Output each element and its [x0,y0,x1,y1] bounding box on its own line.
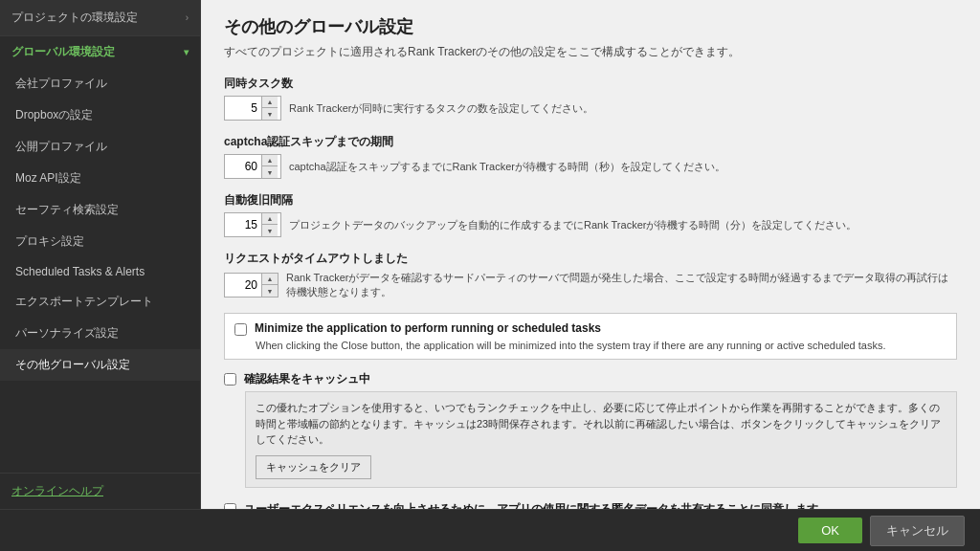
auto-recovery-input[interactable]: 15 [225,213,261,236]
captcha-skip-up[interactable]: ▲ [262,155,278,166]
privacy-label: ユーザーエクスペリエンスを向上させるために、アプリの使用に関する匿名データを共有… [244,501,818,510]
request-timeout-input[interactable]: 20 [225,274,261,297]
request-timeout-desc: Rank Trackerがデータを確認するサードパーティのサーバで問題が発生した… [286,271,957,299]
request-timeout-spinner[interactable]: 20 ▲ ▼ [224,273,278,298]
concurrent-tasks-up[interactable]: ▲ [262,97,278,108]
auto-recovery-desc: プロジェクトデータのバックアップを自動的に作成するまでにRank Tracker… [289,218,857,232]
sidebar-global-label: グローバル環境設定 [11,44,115,60]
request-timeout-buttons: ▲ ▼ [261,274,278,297]
privacy-section: ユーザーエクスペリエンスを向上させるために、アプリの使用に関する匿名データを共有… [224,501,957,510]
captcha-skip-desc: captcha認証をスキップするまでにRank Trackerが待機する時間（秒… [289,160,725,174]
concurrent-tasks-label: 同時タスク数 [224,76,957,92]
auto-recovery-input-row: 15 ▲ ▼ プロジェクトデータのバックアップを自動的に作成するまでにRank … [224,212,957,237]
sidebar-nav: 会社プロファイルDropboxの設定公開プロファイルMoz API設定セーフティ… [0,68,200,381]
sidebar-item-dropbox-settings[interactable]: Dropboxの設定 [0,99,200,131]
request-timeout-input-row: 20 ▲ ▼ Rank Trackerがデータを確認するサードパーティのサーバで… [224,271,957,299]
request-timeout-up[interactable]: ▲ [262,274,278,285]
cache-desc: この優れたオプションを使用すると、いつでもランクチェックを中止し、必要に応じて停… [256,400,947,448]
cache-checkbox-row: 確認結果をキャッシュ中 [224,371,957,387]
ok-button[interactable]: OK [798,518,862,543]
sidebar-item-proxy[interactable]: プロキシ設定 [0,226,200,257]
concurrent-tasks-desc: Rank Trackerが同時に実行するタスクの数を設定してください。 [289,101,593,116]
cancel-button[interactable]: キャンセル [870,516,965,546]
concurrent-tasks-spinner[interactable]: 5 ▲ ▼ [224,96,281,121]
concurrent-tasks-down[interactable]: ▼ [262,108,278,120]
bottom-bar: OK キャンセル [0,509,980,551]
auto-recovery-spinner[interactable]: 15 ▲ ▼ [224,212,281,237]
sidebar-global-arrow: ▾ [184,47,189,57]
sidebar-item-moz-api[interactable]: Moz API設定 [0,163,200,194]
sidebar-project-arrow: › [186,12,189,23]
cache-label: 確認結果をキャッシュ中 [244,371,370,387]
page-subtitle: すべてのプロジェクトに適用されるRank Trackerのその他の設定をここで構… [224,44,957,60]
captcha-skip-label: captcha認証スキップまでの期間 [224,134,957,150]
auto-recovery-down[interactable]: ▼ [262,225,278,236]
content-area: その他のグローバル設定 すべてのプロジェクトに適用されるRank Tracker… [201,0,980,509]
online-help-link[interactable]: オンラインヘルプ [11,484,103,497]
request-timeout-section: リクエストがタイムアウトしました 20 ▲ ▼ Rank Trackerがデータ… [224,251,957,299]
cache-inner-box: この優れたオプションを使用すると、いつでもランクチェックを中止し、必要に応じて停… [245,391,957,488]
request-timeout-down[interactable]: ▼ [262,285,278,297]
minimize-checkbox-row: Minimize the application to perform runn… [234,321,947,336]
auto-recovery-up[interactable]: ▲ [262,213,278,225]
captcha-skip-section: captcha認証スキップまでの期間 60 ▲ ▼ captcha認証をスキップ… [224,134,957,179]
sidebar-bottom: オンラインヘルプ [0,473,200,509]
sidebar-project-label: プロジェクトの環境設定 [11,10,138,26]
cache-checkbox[interactable] [224,373,236,386]
request-timeout-label: リクエストがタイムアウトしました [224,251,957,267]
captcha-skip-spinner[interactable]: 60 ▲ ▼ [224,154,281,179]
sidebar-item-personalize[interactable]: パーソナライズ設定 [0,318,200,349]
sidebar-item-other-global[interactable]: その他グローバル設定 [0,349,200,381]
minimize-desc: When clicking the Close button, the appl… [256,340,947,351]
minimize-section: Minimize the application to perform runn… [224,313,957,360]
captcha-skip-buttons: ▲ ▼ [261,155,278,178]
sidebar-project-settings[interactable]: プロジェクトの環境設定 › [0,0,200,36]
auto-recovery-label: 自動復旧間隔 [224,192,957,209]
privacy-checkbox-row: ユーザーエクスペリエンスを向上させるために、アプリの使用に関する匿名データを共有… [224,501,957,510]
sidebar-item-safety-check[interactable]: セーフティ検索設定 [0,194,200,226]
auto-recovery-buttons: ▲ ▼ [261,213,278,236]
captcha-skip-down[interactable]: ▼ [262,166,278,178]
sidebar: プロジェクトの環境設定 › グローバル環境設定 ▾ 会社プロファイルDropbo… [0,0,201,509]
concurrent-tasks-input-row: 5 ▲ ▼ Rank Trackerが同時に実行するタスクの数を設定してください… [224,96,957,121]
minimize-checkbox[interactable] [234,323,247,336]
sidebar-item-public-profile[interactable]: 公開プロファイル [0,131,200,163]
minimize-label: Minimize the application to perform runn… [255,321,601,335]
clear-cache-button[interactable]: キャッシュをクリア [256,455,371,479]
concurrent-tasks-section: 同時タスク数 5 ▲ ▼ Rank Trackerが同時に実行するタスクの数を設… [224,76,957,121]
cache-section: 確認結果をキャッシュ中 この優れたオプションを使用すると、いつでもランクチェック… [224,371,957,488]
captcha-skip-input[interactable]: 60 [225,155,261,178]
auto-recovery-section: 自動復旧間隔 15 ▲ ▼ プロジェクトデータのバックアップを自動的に作成するま… [224,192,957,237]
concurrent-tasks-input[interactable]: 5 [225,97,261,120]
sidebar-item-scheduled-tasks[interactable]: Scheduled Tasks & Alerts [0,257,200,286]
sidebar-item-export-template[interactable]: エクスポートテンプレート [0,286,200,318]
captcha-skip-input-row: 60 ▲ ▼ captcha認証をスキップするまでにRank Trackerが待… [224,154,957,179]
sidebar-global-section[interactable]: グローバル環境設定 ▾ [0,36,200,68]
page-title: その他のグローバル設定 [224,15,957,38]
sidebar-item-company-profile[interactable]: 会社プロファイル [0,68,200,99]
concurrent-tasks-buttons: ▲ ▼ [261,97,278,120]
